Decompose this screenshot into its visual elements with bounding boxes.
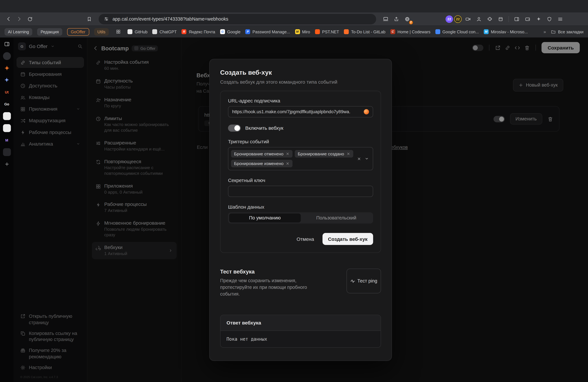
site-settings-button[interactable] bbox=[103, 16, 109, 22]
send-to-device-button[interactable] bbox=[381, 14, 390, 23]
remove-tag-icon[interactable] bbox=[346, 152, 350, 156]
account-button[interactable] bbox=[474, 14, 483, 23]
bookmark-codewars[interactable]: CHome | Codewars bbox=[390, 29, 430, 34]
enable-webhook-label: Включить вебхук bbox=[245, 125, 283, 131]
ai-assistant-button[interactable] bbox=[534, 14, 543, 23]
bookmark-google[interactable]: GGoogle bbox=[220, 29, 240, 34]
clear-all-icon[interactable] bbox=[357, 157, 361, 161]
forward-icon bbox=[16, 16, 22, 22]
toolbar-divider bbox=[508, 16, 509, 22]
tab-group-utils[interactable]: Utils bbox=[94, 28, 109, 35]
rail-app-m[interactable]: M bbox=[2, 135, 11, 145]
triggers-multiselect[interactable]: Бронирование отменено Бронирование созда… bbox=[228, 147, 373, 170]
chevron-down-icon[interactable] bbox=[365, 156, 369, 161]
window-top-strip bbox=[0, 0, 588, 12]
trigger-tag[interactable]: Бронирование отменено bbox=[231, 150, 292, 157]
bookmarks-overflow-button[interactable]: » bbox=[544, 29, 546, 34]
sparkle-icon bbox=[536, 17, 541, 21]
rail-sidebar-toggle[interactable] bbox=[2, 39, 11, 48]
rail-app-go[interactable]: Go bbox=[2, 99, 11, 108]
yandex-favicon: Я bbox=[182, 29, 187, 34]
back-button[interactable] bbox=[4, 14, 13, 23]
bookmark-password-manager[interactable]: PPassword Manage... bbox=[245, 29, 290, 34]
bookmark-google-cloud[interactable]: Google Cloud con... bbox=[435, 29, 479, 34]
codewars-favicon: C bbox=[390, 29, 395, 34]
triggers-group: Триггеры событий Бронирование отменено Б… bbox=[228, 139, 373, 170]
bookmark-microsoft[interactable]: MMiroslav - Microso... bbox=[484, 29, 528, 34]
template-default-option[interactable]: По умолчанию bbox=[229, 213, 300, 222]
apps-grid-button[interactable] bbox=[114, 27, 123, 36]
triggers-label: Триггеры событий bbox=[228, 139, 373, 144]
rail-app-1[interactable] bbox=[2, 51, 11, 61]
url-text: app.cal.com/event-types/4743338?tabName=… bbox=[113, 16, 228, 21]
wallet-button[interactable] bbox=[523, 14, 532, 23]
rail-app-5[interactable] bbox=[2, 147, 11, 156]
subscriber-url-input[interactable]: https://hook.us1.make.com/7jpgmdffkuttju… bbox=[228, 106, 373, 117]
browser-menu-button[interactable] bbox=[556, 14, 565, 23]
rail-app-3[interactable] bbox=[2, 111, 11, 120]
extensions-button[interactable] bbox=[485, 14, 494, 23]
browser-toolbar: app.cal.com/event-types/4743338?tabName=… bbox=[0, 12, 588, 25]
cancel-button[interactable]: Отмена bbox=[291, 233, 319, 245]
profile-badge-2[interactable]: 22 bbox=[454, 15, 462, 23]
secret-label: Секретный ключ bbox=[228, 177, 373, 183]
subscriber-url-value: https://hook.us1.make.com/7jpgmdffkuttju… bbox=[232, 109, 361, 114]
rail-add-button[interactable] bbox=[2, 159, 11, 169]
box-icon bbox=[498, 16, 503, 21]
modal-actions: Отмена Создать веб-хук bbox=[228, 233, 373, 245]
bookmark-chatgpt[interactable]: ChatGPT bbox=[152, 29, 177, 34]
reload-button[interactable] bbox=[25, 14, 34, 23]
profile-badge-1[interactable]: 22 bbox=[446, 15, 453, 23]
bookmark-pstnet[interactable]: PST.NET bbox=[315, 29, 339, 34]
share-icon bbox=[394, 16, 399, 21]
response-empty-state: Пока нет данных bbox=[220, 331, 380, 347]
enable-webhook-toggle[interactable] bbox=[228, 125, 241, 132]
plus-icon bbox=[4, 161, 9, 166]
rail-app-gemini[interactable] bbox=[2, 75, 11, 84]
trigger-tag[interactable]: Бронирование изменено bbox=[231, 160, 293, 167]
remove-tag-icon[interactable] bbox=[286, 162, 290, 166]
sidebar-toggle-button[interactable] bbox=[512, 14, 521, 23]
gitlab-favicon bbox=[344, 29, 349, 34]
remove-tag-icon[interactable] bbox=[286, 152, 289, 156]
collections-button[interactable] bbox=[496, 14, 505, 23]
rail-app-ut[interactable]: Ut bbox=[2, 87, 11, 96]
trigger-tag[interactable]: Бронирование создано bbox=[295, 150, 353, 157]
modal-subtitle: Создать вебхук для этого командного типа… bbox=[220, 79, 381, 85]
globe-icon bbox=[405, 16, 410, 21]
share-button[interactable] bbox=[392, 14, 401, 23]
bookmark-yandex-mail[interactable]: ЯЯндекс Почта bbox=[182, 29, 215, 34]
tab-group-ai-learning[interactable]: AI Learning bbox=[5, 28, 33, 35]
bookmark-gitlab[interactable]: To-Do List - GitLab bbox=[344, 29, 385, 34]
all-bookmarks-button[interactable]: Все закладки bbox=[551, 29, 584, 34]
create-webhook-button[interactable]: Создать веб-хук bbox=[322, 233, 373, 245]
back-icon bbox=[5, 16, 11, 22]
template-custom-option[interactable]: Пользовательский bbox=[300, 213, 372, 222]
reload-icon bbox=[27, 16, 33, 21]
security-button[interactable] bbox=[545, 14, 554, 23]
app-circle-icon bbox=[3, 52, 11, 60]
tab-group-redakciya[interactable]: Редакция bbox=[37, 28, 62, 35]
password-favicon: P bbox=[245, 29, 250, 34]
webhook-form: URL-адрес подписчика https://hook.us1.ma… bbox=[220, 91, 381, 253]
screen: app.cal.com/event-types/4743338?tabName=… bbox=[0, 0, 588, 382]
test-description: Прежде чем сохранить изменения, протести… bbox=[220, 277, 315, 297]
panels-icon bbox=[514, 16, 519, 21]
payload-template-segmented: По умолчанию Пользовательский bbox=[228, 212, 373, 224]
tab-group-gooffer[interactable]: GoOffer bbox=[67, 28, 89, 35]
test-ping-button[interactable]: Тест ping bbox=[346, 269, 381, 294]
bookmark-miro[interactable]: MMiro bbox=[295, 29, 310, 34]
vpn-extension-button[interactable]: 2 bbox=[403, 14, 412, 23]
rail-app-2[interactable] bbox=[2, 64, 11, 72]
tab-capture-button[interactable] bbox=[463, 14, 473, 23]
bookmark-github[interactable]: GitHub bbox=[127, 29, 147, 34]
browser-side-rail: Ut Go M bbox=[0, 38, 14, 382]
forward-button[interactable] bbox=[15, 14, 24, 23]
secret-input[interactable] bbox=[228, 186, 373, 197]
orange-star-icon bbox=[4, 65, 9, 71]
rail-app-4[interactable] bbox=[2, 123, 11, 132]
shield-icon bbox=[547, 16, 552, 21]
modal-title: Создать веб-хук bbox=[220, 69, 381, 76]
address-bar[interactable]: app.cal.com/event-types/4743338?tabName=… bbox=[99, 14, 376, 24]
bookmark-button[interactable] bbox=[85, 14, 94, 23]
